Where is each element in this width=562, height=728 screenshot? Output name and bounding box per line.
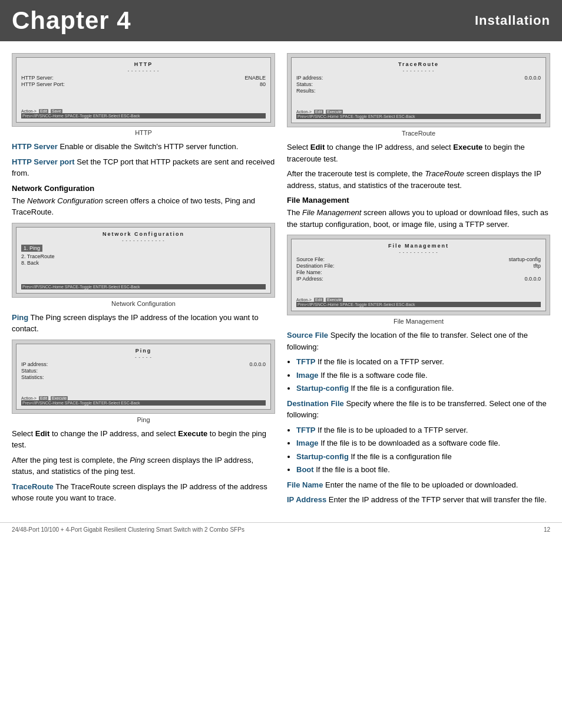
fm-dest-label: Destination File:	[296, 263, 335, 269]
fm-row-name: File Name:	[296, 269, 541, 275]
http-server-section: HTTP Server Enable or disable the Switch…	[12, 141, 275, 179]
tr-nav-action: Action->	[296, 110, 312, 114]
traceroute-screenshot-box: TraceRoute - - - - - - - - - IP address:…	[287, 53, 550, 127]
ip-address-term: IP Address	[287, 495, 326, 504]
dest-image-item: Image If the file is to be downloaded as…	[296, 437, 550, 449]
ping-status-label: Status:	[21, 368, 38, 374]
fm-ip-value: 0.0.0.0	[524, 276, 541, 282]
right-column: TraceRoute - - - - - - - - - IP address:…	[287, 53, 550, 510]
dest-boot-item: Boot If the file is a boot file.	[296, 464, 550, 476]
dest-file-para: Destination File Specify where the file …	[287, 398, 550, 421]
source-startup-item: Startup-config If the file is a configur…	[296, 383, 550, 394]
page-footer: 24/48-Port 10/100 + 4-Port Gigabit Resil…	[0, 522, 562, 536]
fm-row-ip: IP Address: 0.0.0.0	[296, 276, 541, 282]
tr-scr-dots: - - - - - - - - -	[296, 68, 541, 73]
network-config-text: The Network Configuration screen offers …	[12, 195, 275, 218]
ping-scr-nav: Action-> Edit Execute	[21, 396, 266, 400]
tr-ip-value: 0.0.0.0	[524, 75, 541, 81]
tr-row-results: Results:	[296, 88, 541, 94]
nc-ping-item: 1. Ping	[21, 245, 42, 252]
page-content: HTTP - - - - - - - - - HTTP Server: ENAB…	[0, 41, 562, 516]
source-file-bullets: TFTP If the file is located on a TFTP se…	[296, 356, 550, 394]
fm-scr-dots: - - - - - - - - - - -	[296, 250, 541, 254]
file-mgmt-italic: File Management	[302, 208, 361, 217]
ping-screenshot: Ping - - - - - IP address: 0.0.0.0 Statu…	[16, 344, 271, 410]
tr-nav-bar-text: Prev</IP/SNCC-Home SPACE-Toggle ENTER-Se…	[297, 114, 415, 118]
fm-ip-label: IP Address:	[296, 276, 323, 282]
chapter-subtitle: Installation	[475, 13, 550, 28]
traceroute-complete-para: After the traceroute test is complete, t…	[287, 168, 550, 191]
file-name-text: Enter the name of the file to be uploade…	[325, 480, 518, 489]
ping-nav-action: Action->	[21, 396, 37, 400]
page-header: Chapter 4 Installation	[0, 0, 562, 41]
dest-startup-item: Startup-config If the file is a configur…	[296, 451, 550, 463]
traceroute-ref-term: TraceRoute	[12, 482, 54, 491]
fm-row-dest: Destination File: tftp	[296, 263, 541, 269]
fm-nav-bar-text: Prev</IP/SNCC-Home SPACE-Toggle ENTER-Se…	[297, 302, 415, 307]
file-mgmt-intro-para: The File Management screen allows you to…	[287, 207, 550, 230]
fm-row-source: Source File: startup-config	[296, 256, 541, 262]
http-port-para: HTTP Server port Set the TCP port that H…	[12, 156, 275, 179]
http-scr-title: HTTP	[21, 61, 266, 67]
file-mgmt-screenshot: File Management - - - - - - - - - - - So…	[291, 239, 546, 311]
source-image-term: Image	[296, 371, 319, 380]
ping-ip-value: 0.0.0.0	[249, 361, 266, 367]
http-scr-dots: - - - - - - - - -	[21, 68, 266, 73]
ping-nav-execute: Execute	[51, 396, 68, 400]
ping-text: The Ping screen displays the IP address …	[12, 313, 259, 334]
ping-edit-section: Select Edit to change the IP address, an…	[12, 428, 275, 504]
traceroute-edit-section: Select Edit to change the IP address, an…	[287, 141, 550, 191]
tr-nav-execute: Execute	[326, 110, 343, 114]
http-port-label: HTTP Server Port:	[21, 81, 65, 87]
chapter-title: Chapter 4	[12, 6, 131, 35]
traceroute-screenshot: TraceRoute - - - - - - - - - IP address:…	[291, 57, 546, 123]
http-nav-edit: Edit	[39, 109, 48, 113]
fm-source-value: startup-config	[508, 256, 541, 262]
ping-italic: Ping	[130, 456, 145, 465]
tr-italic: TraceRoute	[425, 169, 464, 178]
fm-nav-action: Action->	[296, 298, 312, 302]
source-tftp-term: TFTP	[296, 357, 316, 366]
http-nav-bar-text: Prev</IP/SNCC-Home SPACE-Toggle ENTER-Se…	[22, 114, 140, 118]
footer-left: 24/48-Port 10/100 + 4-Port Gigabit Resil…	[12, 526, 244, 533]
ping-execute-bold: Execute	[178, 429, 207, 438]
http-row-port: HTTP Server Port: 80	[21, 81, 266, 87]
ping-section: Ping The Ping screen displays the IP add…	[12, 312, 275, 335]
tr-row-ip: IP address: 0.0.0.0	[296, 75, 541, 81]
ping-row-status: Status:	[21, 368, 266, 374]
http-row-server: HTTP Server: ENABLE	[21, 75, 266, 81]
fm-scr-nav: Action-> Edit Execute	[296, 298, 541, 302]
nc-back-item: 8. Back	[21, 260, 266, 266]
http-server-text: Enable or disable the Switch's HTTP serv…	[59, 142, 238, 151]
file-mgmt-intro-section: The File Management screen allows you to…	[287, 207, 550, 230]
ping-stats-label: Statistics:	[21, 374, 44, 380]
http-port-value: 80	[260, 81, 266, 87]
tr-status-label: Status:	[296, 81, 313, 87]
traceroute-edit-para: Select Edit to change the IP address, an…	[287, 141, 550, 164]
tr-edit-bold: Edit	[310, 143, 325, 151]
fm-scr-title: File Management	[296, 243, 541, 249]
dest-tftp-item: TFTP If the file is to be uploaded to a …	[296, 424, 550, 436]
fm-nav-bar: Prev</IP/SNCC-Home SPACE-Toggle ENTER-Se…	[296, 302, 541, 307]
tr-ip-label: IP address:	[296, 75, 323, 81]
file-name-para: File Name Enter the name of the file to …	[287, 479, 550, 491]
ping-row-stats: Statistics:	[21, 374, 266, 380]
file-mgmt-heading: File Management	[287, 196, 550, 205]
network-config-italic: Network Configuration	[27, 196, 103, 205]
nc-scr-dots: - - - - - - - - - - - -	[21, 238, 266, 242]
ip-address-para: IP Address Enter the IP address of the T…	[287, 494, 550, 506]
left-column: HTTP - - - - - - - - - HTTP Server: ENAB…	[12, 53, 275, 510]
ping-ip-label: IP address:	[21, 361, 48, 367]
network-config-screenshot-box: Network Configuration - - - - - - - - - …	[12, 223, 275, 298]
file-mgmt-details: Source File Specify the location of the …	[287, 330, 550, 506]
footer-right: 12	[544, 526, 550, 533]
fm-nav-edit: Edit	[314, 298, 323, 302]
traceroute-caption: TraceRoute	[287, 130, 550, 137]
http-server-value: ENABLE	[244, 75, 266, 81]
nc-nav-bar: Prev</IP/SNCC-Home SPACE-Toggle ENTER-Se…	[21, 284, 266, 289]
http-caption: HTTP	[12, 129, 275, 136]
ping-edit-para: Select Edit to change the IP address, an…	[12, 428, 275, 451]
http-port-term: HTTP Server port	[12, 157, 75, 166]
nc-traceroute-item: 2. TraceRoute	[21, 253, 266, 259]
http-nav-save: Save	[51, 109, 62, 113]
